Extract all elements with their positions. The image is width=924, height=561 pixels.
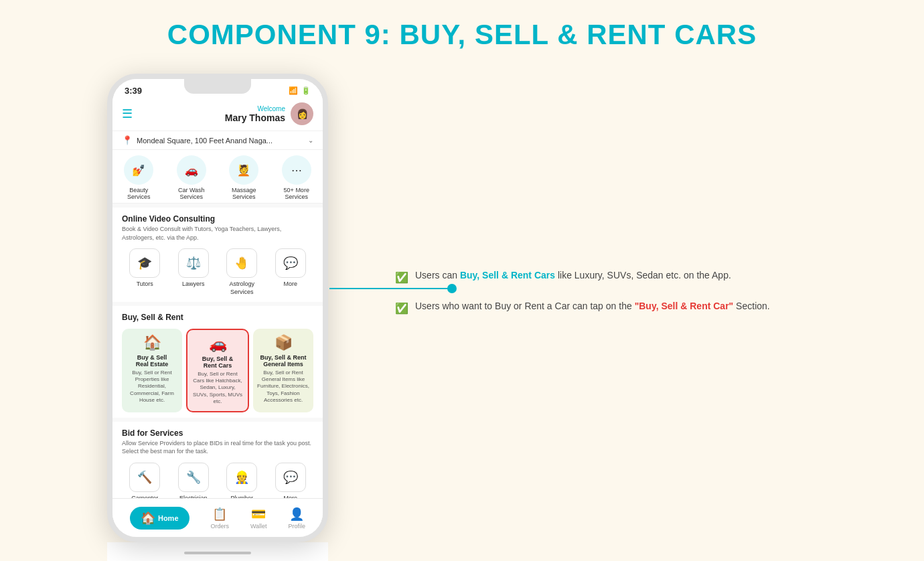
nav-wallet[interactable]: 💳 Wallet — [250, 507, 267, 530]
service-item-more[interactable]: ⋯ 50+ MoreServices — [271, 155, 323, 200]
bottom-nav: 🏠 Home 📋 Orders 💳 Wallet 👤 Profile — [112, 498, 323, 537]
annotation-list: ✅ Users can Buy, Sell & Rent Cars like L… — [395, 268, 850, 317]
header-right: Welcome Mary Thomas 👩 — [225, 102, 313, 125]
avatar: 👩 — [291, 102, 313, 125]
bid-services-section: Bid for Services Allow Service Providers… — [112, 422, 323, 508]
beauty-label: BeautyServices — [127, 187, 151, 200]
location-pin-icon: 📍 — [122, 135, 133, 145]
beauty-icon: 💅 — [124, 155, 153, 185]
phone-notch — [184, 79, 251, 94]
annotation-item-1: ✅ Users can Buy, Sell & Rent Cars like L… — [395, 268, 850, 287]
online-video-desc: Book & Video Consult with Tutors, Yoga T… — [122, 225, 313, 242]
online-video-grid: 🎓 Tutors ⚖️ Lawyers 🤚 AstrologyServices … — [122, 248, 313, 296]
nav-profile[interactable]: 👤 Profile — [288, 507, 305, 530]
service-item-carwash[interactable]: 🚗 Car WashServices — [165, 155, 218, 200]
buy-sell-rent-title: Buy, Sell & Rent — [122, 313, 313, 322]
more-bid-icon: 💬 — [275, 463, 306, 492]
more-video-icon: 💬 — [275, 248, 306, 278]
status-time: 3:39 — [125, 86, 142, 96]
page-title: COMPONENT 9: BUY, SELL & RENT CARS — [0, 0, 924, 64]
annotation-item-2: ✅ Users who want to Buy or Rent a Car ca… — [395, 299, 850, 317]
nav-home[interactable]: 🏠 Home — [130, 507, 189, 530]
home-nav-icon: 🏠 — [141, 511, 155, 526]
nav-orders[interactable]: 📋 Orders — [210, 507, 229, 530]
online-video-title: Online Video Consulting — [122, 214, 313, 224]
annotations-panel: ✅ Users can Buy, Sell & Rent Cars like L… — [395, 268, 850, 317]
cars-desc: Buy, Sell or Rent Cars like Hatchback, S… — [191, 371, 244, 406]
orders-nav-icon: 📋 — [212, 507, 227, 522]
buy-sell-rent-section: Buy, Sell & Rent 🏠 Buy & SellReal Estate… — [112, 306, 323, 418]
home-indicator — [107, 542, 328, 561]
user-name: Mary Thomas — [225, 112, 285, 123]
battery-icon: 🔋 — [301, 86, 311, 95]
location-text: Mondeal Square, 100 Feet Anand Naga... — [137, 137, 304, 145]
service-item-massage[interactable]: 💆 MassageServices — [218, 155, 271, 200]
phone-frame: 3:39 📶 🔋 ☰ Welcome Mary Thomas 👩 — [107, 74, 328, 542]
more-services-label: 50+ MoreServices — [284, 187, 309, 200]
real-estate-title: Buy & SellReal Estate — [136, 354, 169, 368]
electrician-item[interactable]: 🔧 Electrician — [171, 463, 217, 503]
service-item-beauty[interactable]: 💅 BeautyServices — [112, 155, 165, 200]
tutors-label: Tutors — [137, 280, 153, 289]
more-services-icon: ⋯ — [282, 155, 311, 185]
buy-sell-rent-cards: 🏠 Buy & SellReal Estate Buy, Sell or Ren… — [122, 329, 313, 412]
check-icon-1: ✅ — [395, 269, 408, 287]
phone-mockup: 3:39 📶 🔋 ☰ Welcome Mary Thomas 👩 — [107, 74, 328, 542]
lawyers-icon: ⚖️ — [178, 248, 209, 278]
real-estate-card[interactable]: 🏠 Buy & SellReal Estate Buy, Sell or Ren… — [122, 329, 182, 412]
general-items-icon: 📦 — [275, 334, 293, 351]
plumber-icon: 👷 — [226, 463, 257, 492]
bid-services-grid: 🔨 Carpenter 🔧 Electrician 👷 Plumber 💬 Mo… — [122, 463, 313, 503]
more-bid-item[interactable]: 💬 More — [268, 463, 314, 503]
astrology-icon: 🤚 — [226, 248, 257, 278]
chevron-down-icon: ⌄ — [308, 137, 313, 144]
wallet-nav-icon: 💳 — [251, 507, 266, 522]
more-video-item[interactable]: 💬 More — [268, 248, 314, 296]
profile-nav-label: Profile — [288, 523, 305, 530]
real-estate-icon: 🏠 — [143, 334, 161, 351]
tutors-item[interactable]: 🎓 Tutors — [122, 248, 168, 296]
annotation-text-1: Users can Buy, Sell & Rent Cars like Lux… — [415, 268, 731, 283]
top-services-row: 💅 BeautyServices 🚗 Car WashServices 💆 Ma… — [112, 150, 323, 204]
plumber-item[interactable]: 👷 Plumber — [219, 463, 265, 503]
bid-services-title: Bid for Services — [122, 428, 313, 438]
carwash-label: Car WashServices — [178, 187, 205, 200]
user-info: Welcome Mary Thomas — [225, 105, 285, 123]
status-icons: 📶 🔋 — [289, 86, 311, 95]
cars-title: Buy, Sell &Rent Cars — [202, 355, 233, 369]
profile-nav-icon: 👤 — [289, 507, 304, 522]
massage-icon: 💆 — [229, 155, 258, 185]
tutors-icon: 🎓 — [129, 248, 160, 278]
electrician-icon: 🔧 — [178, 463, 209, 492]
hamburger-menu[interactable]: ☰ — [122, 106, 133, 121]
lawyers-label: Lawyers — [182, 280, 205, 289]
orders-nav-label: Orders — [210, 523, 229, 530]
app-content: ☰ Welcome Mary Thomas 👩 📍 Mondeal Square… — [112, 98, 323, 532]
carpenter-icon: 🔨 — [129, 463, 160, 492]
welcome-text: Welcome — [225, 105, 285, 112]
location-bar[interactable]: 📍 Mondeal Square, 100 Feet Anand Naga...… — [112, 131, 323, 150]
astrology-label: AstrologyServices — [229, 280, 254, 296]
carwash-icon: 🚗 — [177, 155, 206, 185]
general-items-desc: Buy, Sell or Rent General Items like Fur… — [257, 370, 309, 404]
more-video-label: More — [283, 280, 297, 289]
general-items-title: Buy, Sell & RentGeneral Items — [260, 354, 307, 368]
online-video-section: Online Video Consulting Book & Video Con… — [112, 208, 323, 302]
lawyers-item[interactable]: ⚖️ Lawyers — [171, 248, 217, 296]
cars-icon: 🚗 — [209, 335, 227, 353]
home-nav-label: Home — [158, 514, 179, 522]
carpenter-item[interactable]: 🔨 Carpenter — [122, 463, 168, 503]
annotation-text-2: Users who want to Buy or Rent a Car can … — [415, 299, 770, 313]
general-items-card[interactable]: 📦 Buy, Sell & RentGeneral Items Buy, Sel… — [253, 329, 313, 412]
wifi-icon: 📶 — [289, 86, 298, 95]
home-indicator-bar — [184, 552, 251, 554]
bid-services-desc: Allow Service Providers to place BIDs in… — [122, 439, 313, 456]
massage-label: MassageServices — [232, 187, 256, 200]
app-header: ☰ Welcome Mary Thomas 👩 — [112, 98, 323, 131]
check-icon-2: ✅ — [395, 300, 408, 317]
real-estate-desc: Buy, Sell or Rent Properties like Reside… — [126, 370, 178, 404]
astrology-item[interactable]: 🤚 AstrologyServices — [219, 248, 265, 296]
cars-card[interactable]: 🚗 Buy, Sell &Rent Cars Buy, Sell or Rent… — [186, 329, 249, 412]
wallet-nav-label: Wallet — [250, 523, 267, 530]
